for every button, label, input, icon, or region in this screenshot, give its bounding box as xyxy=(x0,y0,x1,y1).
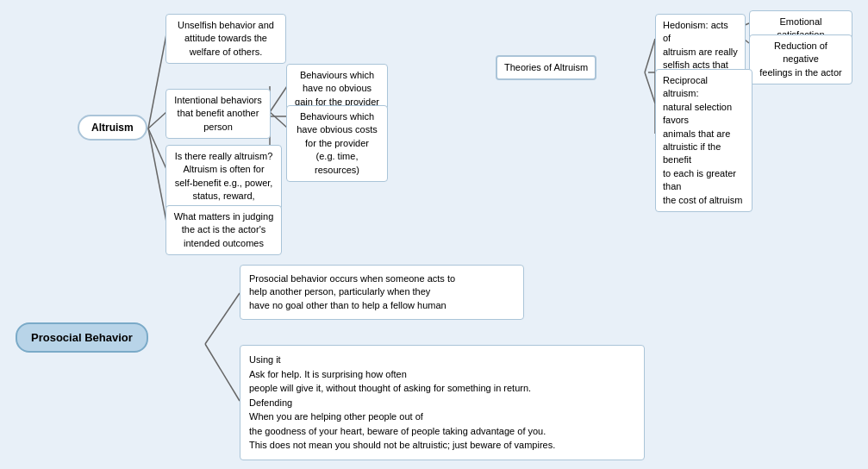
svg-line-8 xyxy=(645,39,655,72)
intentional-node: Intentional behaviors that benefit anoth… xyxy=(165,89,271,139)
svg-line-4 xyxy=(270,86,287,112)
mind-map-diagram: Altruism Unselfish behavior and attitude… xyxy=(0,0,868,469)
svg-line-3 xyxy=(148,128,166,222)
using-it-node: Using it Ask for help. It is surprising … xyxy=(240,345,645,460)
reduction-node: Reduction of negative feelings in the ac… xyxy=(749,34,852,84)
svg-line-5 xyxy=(270,112,287,128)
unselfish-node: Unselfish behavior and attitude towards … xyxy=(165,14,286,64)
svg-line-0 xyxy=(148,34,166,128)
svg-line-16 xyxy=(205,293,240,344)
what-matters-node: What matters in judging the act is the a… xyxy=(165,205,282,255)
altruism-node: Altruism xyxy=(78,115,147,141)
svg-line-2 xyxy=(148,128,166,169)
reciprocal-node: Reciprocal altruism: natural selection f… xyxy=(655,69,752,212)
obvious-costs-node: Behaviours which have obvious costs for … xyxy=(286,105,388,182)
svg-line-9 xyxy=(645,72,655,103)
prosocial-node: Prosocial Behavior xyxy=(16,322,148,353)
svg-line-1 xyxy=(148,112,166,128)
prosocial-desc-node: Prosocial behavior occurs when someone a… xyxy=(240,265,524,320)
svg-line-17 xyxy=(205,344,240,401)
theories-node: Theories of Altruism xyxy=(496,55,596,80)
